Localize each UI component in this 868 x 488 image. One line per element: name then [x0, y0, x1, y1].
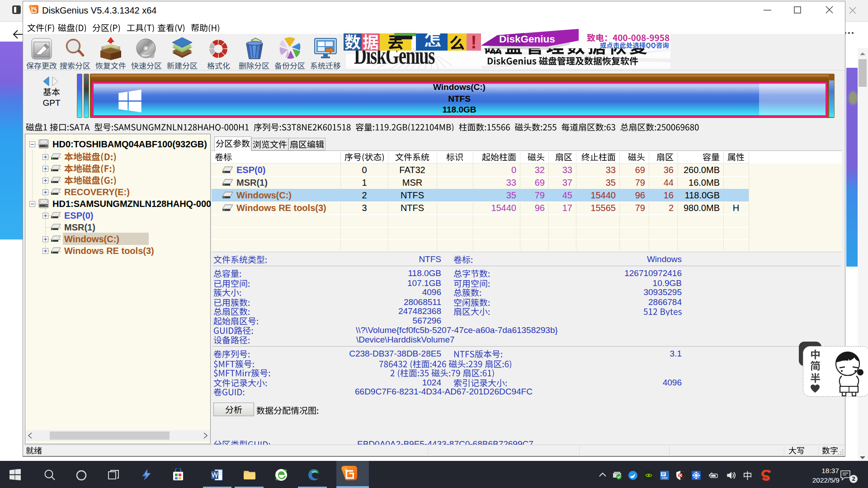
- svg-text:intel: intel: [662, 476, 668, 479]
